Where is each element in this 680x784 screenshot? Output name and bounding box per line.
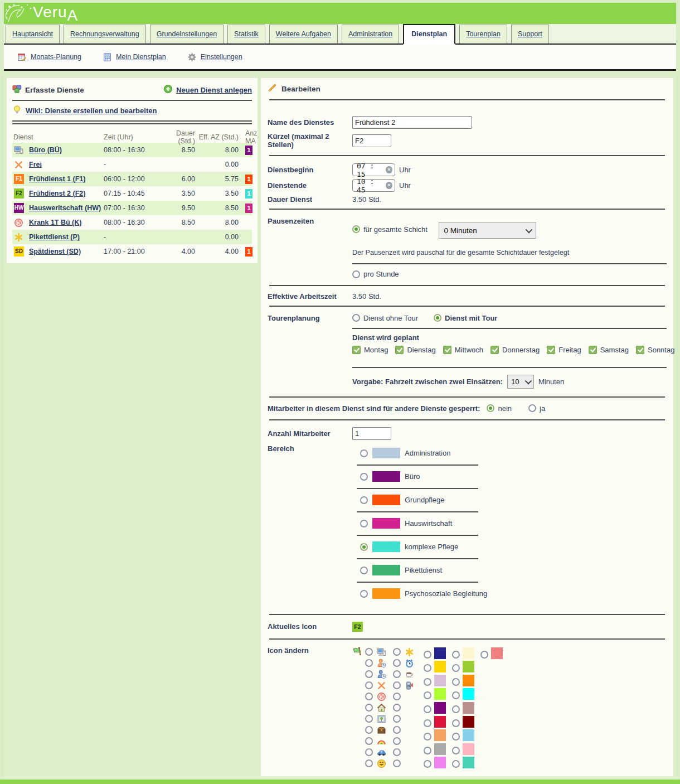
color-option-radio-7d067d[interactable] (424, 705, 431, 713)
icon-option-radio-chest-icon[interactable] (365, 726, 373, 734)
color-swatch-bc8f8f[interactable] (463, 702, 474, 714)
color-option-radio-bc8f8f[interactable] (452, 705, 460, 713)
fahrzeit-select[interactable]: 10 (507, 375, 534, 389)
icon-option-radio-flag-pink-icon[interactable] (393, 715, 401, 723)
bereich-radio-psychosoziale-begleitung[interactable] (360, 590, 368, 598)
tab-rechnungsverwaltung[interactable]: Rechnungsverwaltung (64, 25, 146, 43)
dienst-ohne-tour-radio[interactable] (352, 314, 360, 322)
checkbox-dienstag[interactable] (395, 346, 404, 354)
weekday-montag[interactable]: Montag (352, 346, 388, 354)
subnav-item-monats-planung[interactable]: Monats-Planung (17, 52, 81, 62)
dienstende-input[interactable]: 10 : 45 (352, 179, 395, 192)
icon-option-radio-smiley-icon[interactable] (365, 759, 373, 767)
service-name-input[interactable] (352, 116, 472, 129)
color-swatch-f4a460[interactable] (434, 729, 446, 741)
color-swatch-7d067d[interactable] (434, 702, 446, 714)
checkbox-freitag[interactable] (547, 346, 555, 354)
color-option-radio-87ceeb[interactable] (452, 733, 460, 741)
service-link-spaetdienst-sd[interactable]: Spätdienst (SD) (29, 248, 81, 255)
icon-option-radio-flag-blue-icon[interactable] (393, 704, 401, 712)
color-option-radio-dc143c[interactable] (424, 719, 431, 727)
color-swatch-ee82ee[interactable] (434, 757, 446, 768)
weekday-samstag[interactable]: Samstag (589, 346, 629, 354)
subnav-item-einstellungen[interactable]: Einstellungen (187, 52, 242, 62)
color-option-radio-adff2f[interactable] (424, 691, 431, 699)
anzahl-mitarbeiter-input[interactable] (352, 427, 391, 440)
color-option-radio-fdf5ce[interactable] (452, 651, 460, 659)
color-option-radio-800000[interactable] (452, 719, 460, 727)
bereich-option-buero[interactable]: Büro (352, 471, 667, 482)
bereich-radio-grundpflege[interactable] (360, 496, 368, 504)
color-swatch-a9a9a9[interactable] (434, 743, 446, 755)
color-option-radio-24248c[interactable] (424, 651, 431, 659)
dienst-mit-tour-option[interactable]: Dienst mit Tour (434, 314, 497, 322)
color-option-radio-fb8b06[interactable] (452, 678, 460, 686)
color-swatch-00ffff[interactable] (463, 688, 474, 700)
wiki-link[interactable]: Wiki: Dienste erstellen und bearbeiten (12, 104, 252, 117)
color-swatch-ffd700[interactable] (434, 661, 446, 672)
gesperrt-ja-option[interactable]: ja (528, 404, 545, 413)
pause-full-shift-option[interactable]: für gesamte Schicht (352, 225, 428, 234)
icon-option-radio-alarm-clock-icon[interactable] (393, 659, 401, 667)
icon-option-radio-person-clock-orange-icon[interactable] (365, 659, 373, 667)
icon-option-radio-flag-yellow-icon[interactable] (393, 748, 401, 756)
color-option-radio-9acd32[interactable] (452, 664, 460, 672)
color-swatch-9acd32[interactable] (463, 661, 474, 672)
pause-full-shift-radio[interactable] (352, 225, 360, 233)
weekday-freitag[interactable]: Freitag (547, 346, 581, 354)
weekday-mittwoch[interactable]: Mittwoch (443, 346, 483, 354)
checkbox-sonntag[interactable] (636, 346, 644, 354)
checkbox-donnerstag[interactable] (490, 346, 499, 354)
bereich-option-grundpflege[interactable]: Grundpflege (352, 495, 667, 506)
icon-option-radio-computer-icon[interactable] (365, 648, 373, 656)
color-option-radio-ee82ee[interactable] (424, 760, 431, 768)
gesperrt-ja-radio[interactable] (528, 404, 536, 412)
tab-statistik[interactable]: Statistik (227, 25, 265, 43)
color-swatch-48d1b4[interactable] (463, 757, 474, 768)
icon-option-radio-house-icon[interactable] (365, 704, 373, 712)
icon-option-radio-x-icon[interactable] (365, 681, 373, 689)
color-option-radio-ffb3c1[interactable] (452, 747, 460, 754)
tab-support[interactable]: Support (511, 25, 549, 43)
tab-dienstplan[interactable]: Dienstplan (403, 24, 455, 45)
color-option-radio-d8bfd8[interactable] (424, 678, 431, 686)
gesperrt-nein-option[interactable]: nein (487, 404, 512, 413)
icon-option-radio-car-icon[interactable] (365, 748, 373, 756)
weekday-donnerstag[interactable]: Donnerstag (490, 346, 540, 354)
icon-option-radio-asterisk-icon[interactable] (393, 648, 401, 656)
bereich-radio-pikettdienst[interactable] (360, 567, 368, 574)
icon-option-radio-flag-orange-icon[interactable] (393, 693, 401, 700)
checkbox-samstag[interactable] (589, 346, 597, 354)
service-link-buero-bue[interactable]: Büro (BÜ) (29, 146, 62, 154)
color-swatch-ffb3c1[interactable] (463, 743, 474, 755)
bereich-option-hauswirtschaft[interactable]: Hauswirtschaft (352, 518, 667, 529)
clear-time-icon[interactable] (386, 166, 392, 173)
color-swatch-d8bfd8[interactable] (434, 675, 446, 686)
dienstbeginn-input[interactable]: 07 : 15 (352, 163, 395, 176)
color-option-radio-f4a460[interactable] (424, 733, 431, 741)
pause-minutes-select[interactable]: 0 Minuten (439, 222, 536, 239)
icon-option-radio-picture-icon[interactable] (365, 715, 373, 723)
service-link-krank-1t-bue-k[interactable]: Krank 1T Bü (K) (29, 219, 81, 226)
tab-weitere-aufgaben[interactable]: Weitere Aufgaben (269, 25, 338, 43)
bereich-option-administration[interactable]: Administration (352, 448, 667, 459)
dienst-ohne-tour-option[interactable]: Dienst ohne Tour (352, 314, 418, 322)
icon-option-radio-rainbow-icon[interactable] (365, 737, 373, 745)
color-swatch-800000[interactable] (463, 716, 474, 728)
bereich-radio-administration[interactable] (360, 449, 368, 457)
service-link-frei[interactable]: Frei (29, 161, 42, 168)
bereich-radio-hauswirtschaft[interactable] (360, 520, 368, 527)
color-option-radio-a9a9a9[interactable] (424, 747, 431, 754)
service-link-fruehdienst-1-f1[interactable]: Frühdienst 1 (F1) (29, 175, 85, 183)
pause-per-hour-radio[interactable] (352, 270, 360, 278)
bereich-option-pikettdienst[interactable]: Pikettdienst (352, 565, 667, 576)
color-swatch-f08080[interactable] (491, 647, 503, 659)
checkbox-mittwoch[interactable] (443, 346, 451, 354)
clear-time-icon[interactable] (386, 182, 392, 189)
service-link-fruehdienst-2-f2[interactable]: Frühdienst 2 (F2) (29, 190, 85, 197)
tab-grundeinstellungen[interactable]: Grundeinstellungen (150, 25, 224, 43)
color-option-radio-48d1b4[interactable] (452, 760, 460, 768)
tab-administration[interactable]: Administration (342, 25, 399, 43)
tab-tourenplan[interactable]: Tourenplan (459, 25, 507, 43)
icon-option-radio-phone-icon[interactable] (393, 681, 401, 689)
